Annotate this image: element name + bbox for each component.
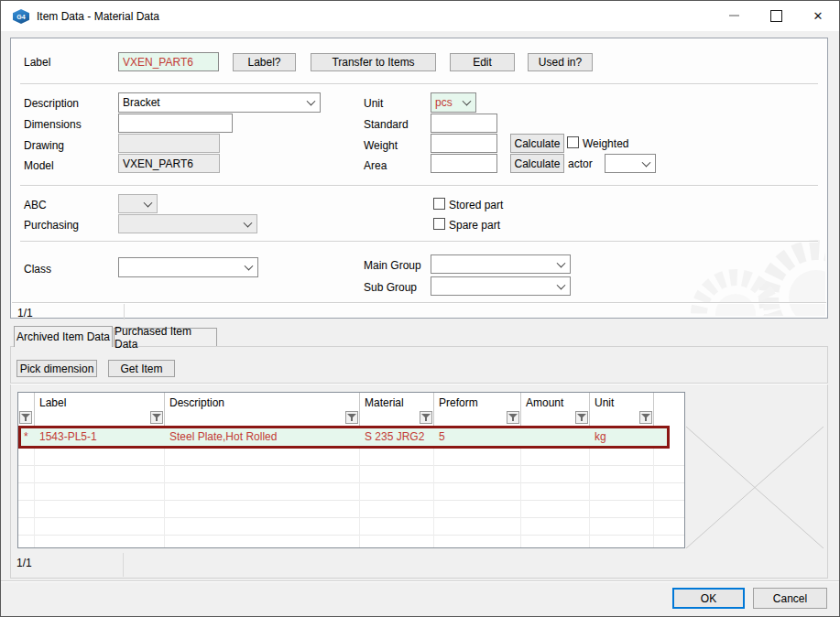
column-header-filler: [654, 393, 684, 426]
model-input: [118, 154, 220, 173]
filter-icon[interactable]: [150, 411, 163, 424]
calculate-weight-button[interactable]: Calculate: [510, 134, 564, 153]
pick-dimension-button[interactable]: Pick dimension: [16, 360, 97, 377]
model-caption: Model: [24, 159, 54, 172]
stored-part-checkbox[interactable]: [433, 198, 445, 210]
label-caption: Label: [24, 56, 50, 69]
grid-column-line: [433, 449, 434, 548]
column-header-amount[interactable]: Amount: [521, 393, 590, 426]
class-combo[interactable]: [118, 257, 258, 277]
cancel-button[interactable]: Cancel: [753, 588, 827, 609]
close-button[interactable]: ✕: [797, 1, 839, 30]
bottom-record-pager: 1/1: [16, 557, 32, 569]
tab-archived-item-data[interactable]: Archived Item Data: [14, 326, 113, 347]
grid-column-line: [34, 449, 35, 548]
label-question-button[interactable]: Label?: [233, 53, 296, 71]
column-title: Description: [169, 396, 224, 409]
separator: [10, 383, 828, 384]
filter-icon[interactable]: [19, 411, 32, 424]
label-input[interactable]: [118, 52, 219, 71]
cell-description: Steel Plate,Hot Rolled: [165, 426, 360, 449]
drawing-caption: Drawing: [24, 139, 64, 152]
description-combo[interactable]: Bracket: [118, 92, 321, 113]
close-icon: ✕: [813, 9, 824, 23]
chevron-down-icon: [307, 97, 316, 106]
weight-input[interactable]: [431, 134, 497, 153]
minimize-icon: [729, 15, 739, 16]
cell-amount: [521, 426, 590, 449]
filter-icon[interactable]: [420, 411, 432, 424]
column-title: Label: [39, 396, 66, 409]
column-header-description[interactable]: Description: [165, 393, 360, 426]
pager-divider: [123, 553, 124, 577]
spare-part-caption: Spare part: [449, 219, 500, 232]
maximize-button[interactable]: [755, 1, 797, 30]
stored-part-caption: Stored part: [449, 199, 503, 211]
grid-column-line: [359, 449, 360, 548]
table-row[interactable]: * 1543-PL5-1 Steel Plate,Hot Rolled S 23…: [18, 426, 684, 449]
grid-column-line: [520, 449, 521, 548]
used-in-button[interactable]: Used in?: [528, 53, 593, 71]
chevron-down-icon: [642, 157, 651, 167]
cell-material: S 235 JRG2: [360, 426, 434, 449]
edit-button[interactable]: Edit: [450, 53, 515, 71]
item-data-dialog: G4 Item Data - Material Data ✕ Label Lab…: [0, 0, 840, 617]
unit-combo[interactable]: pcs: [431, 92, 476, 113]
archived-items-grid: Label Description Material Preform Amoun…: [17, 392, 685, 548]
tab-purchased-item-data[interactable]: Purchased Item Data: [114, 328, 217, 346]
column-header-material[interactable]: Material: [360, 393, 434, 426]
app-icon: G4: [13, 9, 29, 24]
chevron-down-icon: [144, 198, 153, 207]
material-data-panel: Label Label? Transfer to Items Edit Used…: [10, 38, 828, 319]
area-input[interactable]: [431, 154, 497, 173]
transfer-to-items-button[interactable]: Transfer to Items: [311, 53, 436, 71]
separator: [20, 83, 818, 85]
description-caption: Description: [24, 97, 79, 110]
cell-unit: kg: [590, 426, 654, 449]
main-group-combo[interactable]: [431, 254, 571, 274]
maximize-icon: [770, 10, 782, 22]
get-item-button[interactable]: Get Item: [108, 360, 175, 377]
spare-part-checkbox[interactable]: [433, 218, 445, 230]
chevron-down-icon: [244, 218, 253, 227]
purchasing-combo: [118, 214, 257, 233]
separator: [20, 241, 818, 243]
unit-value: pcs: [435, 96, 453, 109]
purchasing-caption: Purchasing: [24, 219, 79, 232]
cell-filler: [654, 426, 659, 449]
ok-button[interactable]: OK: [672, 588, 745, 609]
sub-group-combo[interactable]: [431, 276, 571, 296]
drawing-input: [118, 134, 220, 153]
factor-caption: actor: [568, 157, 593, 170]
grid-empty-rows[interactable]: [18, 449, 684, 548]
filter-icon[interactable]: [345, 411, 358, 424]
factor-combo[interactable]: [605, 154, 656, 173]
row-selector-column-header: [18, 393, 35, 426]
cell-preform: 5: [434, 426, 521, 449]
main-group-caption: Main Group: [364, 259, 421, 272]
chevron-down-icon: [463, 97, 472, 106]
separator: [20, 185, 818, 187]
title-bar: G4 Item Data - Material Data ✕: [1, 1, 839, 31]
chevron-down-icon: [245, 262, 254, 271]
grid-header: Label Description Material Preform Amoun…: [18, 393, 684, 426]
grid-column-line: [589, 449, 590, 548]
minimize-button[interactable]: [713, 1, 755, 30]
abc-combo: [118, 194, 158, 213]
column-header-unit[interactable]: Unit: [590, 393, 654, 426]
column-title: Material: [365, 396, 404, 409]
chevron-down-icon: [557, 280, 566, 289]
description-value: Bracket: [123, 96, 160, 109]
filter-icon[interactable]: [575, 411, 588, 424]
column-title: Preform: [439, 396, 478, 409]
abc-caption: ABC: [24, 199, 47, 211]
weighted-checkbox[interactable]: [567, 136, 579, 148]
filter-icon[interactable]: [507, 411, 519, 424]
class-caption: Class: [24, 263, 51, 276]
column-header-label[interactable]: Label: [35, 393, 165, 426]
standard-input[interactable]: [431, 114, 497, 133]
calculate-area-button[interactable]: Calculate: [510, 154, 564, 173]
dimensions-input[interactable]: [118, 114, 233, 133]
column-header-preform[interactable]: Preform: [434, 393, 521, 426]
filter-icon[interactable]: [639, 411, 652, 424]
